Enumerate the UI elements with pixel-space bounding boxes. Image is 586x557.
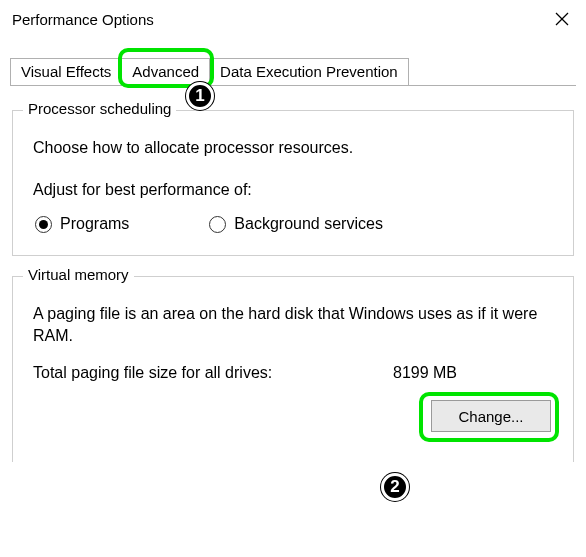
radio-label: Programs — [60, 215, 129, 233]
radio-background-services[interactable]: Background services — [209, 215, 383, 233]
group-legend: Virtual memory — [23, 266, 134, 283]
group-legend: Processor scheduling — [23, 100, 176, 117]
annotation-badge-2: 2 — [381, 473, 409, 501]
adjust-label: Adjust for best performance of: — [33, 181, 555, 199]
group-processor-scheduling: Processor scheduling Choose how to alloc… — [12, 110, 574, 256]
processor-desc: Choose how to allocate processor resourc… — [33, 139, 555, 157]
group-virtual-memory: Virtual memory A paging file is an area … — [12, 276, 574, 462]
change-button[interactable]: Change... — [431, 400, 551, 432]
window-title: Performance Options — [12, 11, 154, 28]
radio-icon — [35, 216, 52, 233]
close-icon — [555, 12, 569, 26]
radio-label: Background services — [234, 215, 383, 233]
tabstrip: Visual Effects Advanced Data Execution P… — [10, 56, 576, 86]
radio-programs[interactable]: Programs — [35, 215, 129, 233]
radio-icon — [209, 216, 226, 233]
vm-total-label: Total paging file size for all drives: — [33, 364, 393, 382]
close-button[interactable] — [538, 0, 586, 38]
tab-advanced[interactable]: Advanced — [121, 58, 210, 86]
vm-desc: A paging file is an area on the hard dis… — [33, 303, 555, 346]
vm-total-value: 8199 MB — [393, 364, 457, 382]
tab-visual-effects[interactable]: Visual Effects — [10, 58, 122, 85]
tab-dep[interactable]: Data Execution Prevention — [209, 58, 409, 85]
